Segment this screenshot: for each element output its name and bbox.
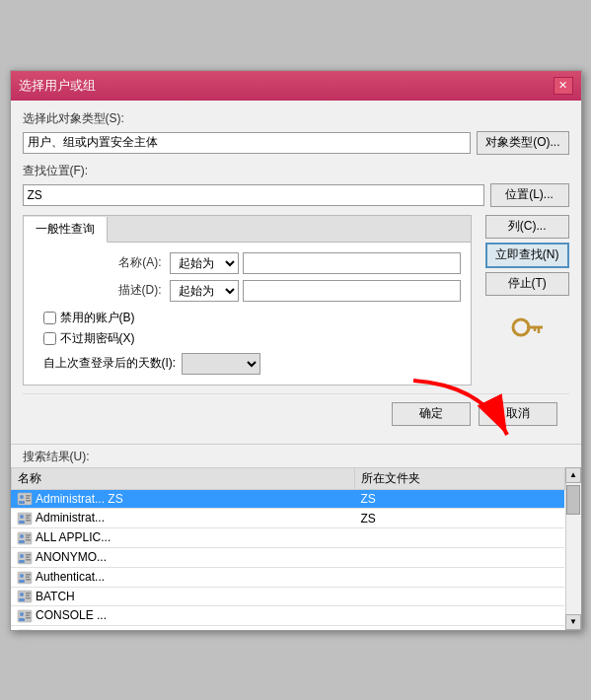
cell-folder: ZS: [354, 489, 564, 509]
svg-rect-15: [26, 520, 31, 522]
table-row[interactable]: BATCH: [11, 587, 564, 606]
tab-header: 一般性查询: [24, 216, 471, 243]
svg-rect-41: [20, 612, 24, 616]
svg-rect-24: [19, 560, 25, 563]
svg-rect-35: [20, 593, 24, 596]
title-bar: 选择用户或组 ✕: [11, 71, 581, 101]
svg-rect-11: [20, 515, 24, 519]
name-op-dropdown[interactable]: 起始为: [170, 252, 239, 274]
location-section: 查找位置(F): 位置(L)...: [23, 163, 569, 207]
column-button[interactable]: 列(C)...: [485, 215, 569, 239]
table-row[interactable]: CONSOLE ...: [11, 606, 564, 626]
desc-label: 描述(D):: [34, 282, 162, 299]
location-button[interactable]: 位置(L)...: [490, 183, 569, 207]
name-row: 起始为: [170, 252, 461, 274]
svg-rect-33: [26, 579, 31, 581]
close-button[interactable]: ✕: [554, 77, 573, 95]
svg-rect-39: [26, 597, 31, 599]
object-type-row: 对象类型(O)...: [23, 131, 569, 155]
cell-name: CONSOLE ...: [11, 606, 354, 626]
table-container: 名称 所在文件夹 Administrat... ZSZS Administrat…: [11, 467, 565, 630]
days-row: 自上次查登录后的天数(I):: [43, 353, 461, 375]
svg-rect-26: [26, 556, 30, 558]
svg-rect-27: [26, 559, 31, 561]
svg-rect-8: [26, 498, 30, 500]
cell-folder: [354, 587, 564, 606]
svg-rect-6: [19, 501, 25, 504]
cell-folder: [354, 567, 564, 587]
dialog-footer: 确定 取消: [23, 393, 569, 434]
main-content: 一般性查询 名称(A): 起始为 描述(D): 起始为: [23, 215, 569, 393]
desc-text-input[interactable]: [243, 280, 461, 302]
tab-general-query[interactable]: 一般性查询: [24, 217, 108, 243]
svg-rect-30: [19, 580, 25, 583]
table-row[interactable]: Administrat...ZS: [11, 509, 564, 528]
cell-name: BATCH: [11, 587, 354, 606]
cell-name: ALL APPLIC...: [11, 528, 354, 548]
svg-rect-42: [19, 618, 25, 621]
stop-button[interactable]: 停止(T): [485, 272, 569, 296]
svg-rect-38: [26, 595, 30, 597]
svg-rect-18: [19, 540, 25, 543]
table-row[interactable]: ALL APPLIC...: [11, 528, 564, 548]
svg-rect-32: [26, 576, 30, 578]
name-label: 名称(A):: [34, 254, 162, 271]
object-type-label: 选择此对象类型(S):: [23, 110, 569, 127]
cell-folder: ZS: [354, 509, 564, 528]
cell-folder: [354, 626, 564, 630]
name-text-input[interactable]: [243, 252, 461, 274]
location-label: 查找位置(F):: [23, 163, 569, 179]
disabled-account-label: 禁用的账户(B): [60, 310, 135, 326]
key-icon-area: [485, 310, 569, 349]
location-row: 位置(L)...: [23, 183, 569, 207]
svg-rect-45: [26, 617, 31, 619]
svg-rect-13: [26, 515, 31, 517]
svg-rect-25: [26, 554, 31, 556]
results-table-wrapper: 名称 所在文件夹 Administrat... ZSZS Administrat…: [11, 467, 581, 630]
svg-rect-36: [19, 598, 25, 601]
location-input[interactable]: [23, 184, 484, 206]
disabled-account-checkbox[interactable]: [43, 312, 56, 324]
table-row[interactable]: Authenticat...: [11, 567, 564, 587]
cell-name: Administrat...: [11, 509, 354, 528]
svg-rect-7: [26, 495, 31, 497]
find-now-button[interactable]: 立即查找(N): [485, 243, 569, 268]
cell-name: Authenticat...: [11, 567, 354, 587]
scrollbar[interactable]: ▲ ▼: [565, 467, 581, 630]
table-row[interactable]: Administrat... ZSZS: [11, 489, 564, 509]
object-type-input[interactable]: [23, 132, 472, 154]
svg-rect-19: [26, 534, 31, 536]
object-type-button[interactable]: 对象类型(O)...: [477, 131, 568, 155]
days-dropdown[interactable]: [182, 353, 260, 375]
key-icon: [507, 310, 547, 349]
right-buttons: 列(C)... 立即查找(N) 停止(T): [485, 215, 569, 393]
desc-op-dropdown[interactable]: 起始为: [170, 280, 239, 302]
dialog-body: 选择此对象类型(S): 对象类型(O)... 查找位置(F): 位置(L)...…: [11, 101, 581, 444]
scroll-thumb[interactable]: [566, 485, 580, 515]
results-section: 搜索结果(U): 名称 所在文件夹 Administrat... ZSZS: [11, 444, 581, 630]
svg-rect-14: [26, 518, 30, 520]
disabled-account-row: 禁用的账户(B): [43, 310, 461, 326]
cell-name: ANONYMO...: [11, 547, 354, 567]
scroll-up-arrow[interactable]: ▲: [565, 467, 581, 483]
days-label: 自上次查登录后的天数(I):: [43, 355, 177, 372]
results-table: 名称 所在文件夹 Administrat... ZSZS Administrat…: [11, 467, 565, 630]
scroll-down-arrow[interactable]: ▼: [565, 614, 581, 630]
svg-rect-23: [20, 554, 24, 558]
no-expire-row: 不过期密码(X): [43, 330, 461, 347]
dialog-window: 选择用户或组 ✕ 选择此对象类型(S): 对象类型(O)... 查找位置(F):…: [10, 70, 582, 631]
ok-button[interactable]: 确定: [392, 402, 471, 426]
svg-rect-17: [20, 534, 24, 538]
svg-rect-29: [20, 574, 24, 578]
cancel-button[interactable]: 取消: [479, 402, 557, 426]
cell-folder: [354, 606, 564, 626]
table-row[interactable]: ANONYMO...: [11, 547, 564, 567]
svg-rect-43: [26, 612, 31, 614]
svg-rect-37: [26, 593, 31, 595]
svg-point-0: [513, 319, 529, 335]
svg-rect-9: [26, 500, 31, 502]
table-row[interactable]: CREATOR ...: [11, 626, 564, 630]
cell-folder: [354, 528, 564, 548]
desc-row: 起始为: [170, 280, 461, 302]
no-expire-checkbox[interactable]: [43, 332, 56, 345]
